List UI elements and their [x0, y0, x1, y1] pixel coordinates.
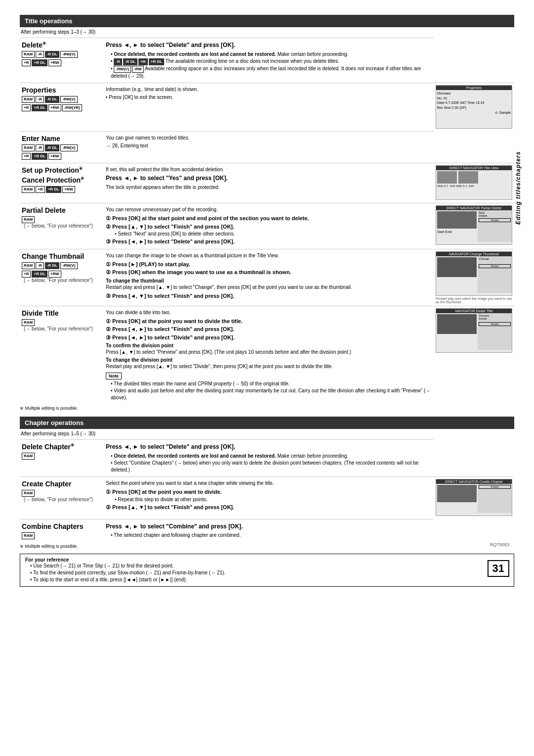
protection-intro: If set, this will protect the title from… — [106, 166, 432, 173]
create-chapter-instructions: Select the point where you want to start… — [104, 477, 434, 520]
protection-sub: The lock symbol appears when the title i… — [106, 184, 432, 191]
badge: RAM — [22, 262, 35, 269]
table-row: Divide Title RAM (→ below, "For your ref… — [20, 306, 514, 404]
partial-delete-step3: ③ Press [◄, ►] to select "Delete" and pr… — [106, 237, 432, 246]
badge: +R DL — [32, 271, 47, 278]
change-thumb-badges-2: +R +R DL +RW — [22, 271, 102, 278]
protection-image-col: DIRECT NAVIGATOR Title View ANS 5.7. SAT… — [434, 163, 514, 203]
enter-name-feature: Enter Name — [22, 135, 102, 142]
badge: +R — [22, 104, 31, 111]
properties-feature-name: Properties — [22, 86, 102, 94]
sidebar-label: Editing titles/chapters — [515, 114, 522, 262]
table-row: Change Thumbnail RAM -R -R DL -RW(V) +R … — [20, 249, 514, 306]
badge: -RW(V) — [60, 262, 78, 269]
badge: -RW(V) — [60, 96, 78, 103]
feature-name-cell: Delete※ RAM -R -R DL -RW(V) +R +R DL +RW — [20, 38, 104, 83]
reference-title: For your reference — [25, 557, 69, 563]
partial-delete-step2-sub: • Select "Next" and press [OK] to delete… — [115, 231, 432, 237]
combine-chapters-feature: Combine Chapters — [22, 522, 102, 530]
properties-badges-1: RAM -R -R DL -RW(V) — [22, 96, 102, 103]
badge: -R — [36, 96, 44, 103]
reference-bullet-2: • To find the desired point correctly, u… — [30, 569, 509, 576]
badge: +RW — [48, 153, 61, 160]
badge: +R — [36, 186, 44, 193]
badge: RAM — [22, 186, 35, 193]
delete-bullet-2: • -R -R DL +R +R DL The available record… — [111, 58, 432, 65]
rqt-number: RQT9053 — [490, 542, 509, 547]
divide-title-note-1: • The divided titles retain the name and… — [111, 380, 432, 387]
enter-name-intro: You can give names to recorded titles. — [106, 135, 432, 142]
divide-title-to-confirm-text: Press [▲, ▼] to select "Preview" and pre… — [106, 349, 432, 356]
chapter-operations-header: Chapter operations — [20, 417, 514, 429]
divide-title-image-col: NAVIGATOR Divide Title Preview Divide Fi… — [434, 306, 514, 404]
change-thumb-ref: (→ below, "For your reference") — [24, 278, 102, 283]
create-chapter-image-col: DIRECT NAVIGATOR Create Chapter Finish — [434, 477, 514, 520]
change-thumb-screenshot: NAVIGATOR Change Thumbnail Change Finish — [436, 251, 512, 296]
enter-name-instructions: You can give names to recorded titles. →… — [104, 132, 434, 163]
partial-delete-feature: Partial Delete — [22, 206, 102, 214]
divide-title-note-2: • Video and audio just before and after … — [111, 387, 432, 401]
reference-bullet-3: • To skip to the start or end of a title… — [30, 576, 509, 583]
properties-screenshot: Properties Dinosaur No. 01 Date 5.7.2006… — [436, 85, 512, 129]
badge-plus-rw: +RW — [48, 59, 61, 66]
change-thumb-image-col: NAVIGATOR Change Thumbnail Change Finish… — [434, 249, 514, 306]
badge: +R DL — [32, 104, 47, 111]
title-multiple-editing: ※ Multiple editing is possible. — [20, 406, 514, 411]
note-label: Note — [106, 373, 122, 379]
divide-title-badges: RAM — [22, 319, 102, 326]
badge: +R — [22, 271, 31, 278]
badge: -R — [36, 144, 44, 151]
create-chapter-intro: Select the point where you want to start… — [106, 480, 432, 487]
badge: -R DL — [45, 96, 59, 103]
create-chapter-screenshot: DIRECT NAVIGATOR Create Chapter Finish — [436, 479, 512, 516]
enter-name-ref: → 28, Entering text — [106, 142, 432, 149]
divide-title-step1: ① Press [OK] at the point you want to di… — [106, 317, 432, 326]
delete-bullet-3: • -RW(V) -RW Available recording space o… — [111, 65, 432, 80]
change-thumb-badges-1: RAM -R -R DL -RW(V) — [22, 262, 102, 269]
change-thumb-img-caption: Restart play and select the image you wa… — [436, 297, 512, 304]
change-thumb-to-change-text: Restart play and press [▲, ▼] to select … — [106, 284, 432, 291]
combine-chapters-name-cell: Combine Chapters RAM — [20, 519, 104, 542]
properties-intro: Information (e.g., time and date) is sho… — [106, 86, 432, 93]
properties-name-cell: Properties RAM -R -R DL -RW(V) +R +R DL … — [20, 83, 104, 132]
page-number: 31 — [488, 560, 509, 577]
badge: +RW — [48, 271, 61, 278]
delete-chapter-badges: RAM — [22, 453, 102, 460]
create-chapter-step2: ② Press [▲, ▼] to select "Finish" and pr… — [106, 503, 432, 512]
badge: RAM — [22, 96, 35, 103]
divide-title-feature: Divide Title — [22, 309, 102, 317]
partial-delete-badges: RAM — [22, 216, 102, 223]
partial-delete-step1: ① Press [OK] at the start point and end … — [106, 214, 432, 223]
create-chapter-name-cell: Create Chapter RAM (→ below, "For your r… — [20, 477, 104, 520]
delete-chapter-bullet-2: • Select "Combine Chapters" (→ below) wh… — [111, 460, 432, 473]
badge: -R — [36, 262, 44, 269]
page-wrapper: Editing titles/chapters Title operations… — [20, 15, 514, 587]
badge: -R DL — [45, 144, 59, 151]
set-protection-feature: Set up Protection※ — [22, 166, 102, 174]
divide-title-to-change-text: Restart play and press [▲, ▼] to select … — [106, 363, 432, 370]
badge-rwv: -RW(V) — [60, 51, 78, 58]
badge: +RW — [48, 104, 61, 111]
change-thumb-intro: You can change the image to be shown as … — [106, 252, 432, 259]
create-chapter-badges: RAM — [22, 490, 102, 497]
partial-delete-instructions: You can remove unnecessary part of the r… — [104, 203, 434, 249]
create-chapter-step1-sub: • Repeat this step to divide at other po… — [115, 496, 432, 503]
cancel-protection-feature: Cancel Protection※ — [22, 176, 102, 184]
badge-r: -R — [36, 51, 44, 58]
create-chapter-step1: ① Press [OK] at the point you want to di… — [106, 488, 432, 496]
enter-name-cell: Enter Name RAM -R -R DL -RW(V) +R +R DL … — [20, 132, 104, 163]
properties-instructions: Information (e.g., time and date) is sho… — [104, 83, 434, 132]
badge-ram: RAM — [22, 51, 35, 58]
change-thumb-name-cell: Change Thumbnail RAM -R -R DL -RW(V) +R … — [20, 249, 104, 306]
partial-delete-ref: (→ below, "For your reference") — [24, 223, 102, 229]
badge: +R — [22, 153, 31, 160]
properties-image-col: Properties Dinosaur No. 01 Date 5.7.2006… — [434, 83, 514, 132]
change-thumb-instructions: You can change the image to be shown as … — [104, 249, 434, 306]
partial-delete-name-cell: Partial Delete RAM (→ below, "For your r… — [20, 203, 104, 249]
badge: +R DL — [32, 153, 47, 160]
after-steps-chapter: After performing steps 1–5 (→ 30) — [20, 431, 514, 436]
protection-name-cell: Set up Protection※ Cancel Protection※ RA… — [20, 163, 104, 203]
table-row: Enter Name RAM -R -R DL -RW(V) +R +R DL … — [20, 132, 514, 163]
enter-name-badges-2: +R +R DL +RW — [22, 153, 102, 160]
badge: -RW(VR) — [62, 104, 82, 111]
